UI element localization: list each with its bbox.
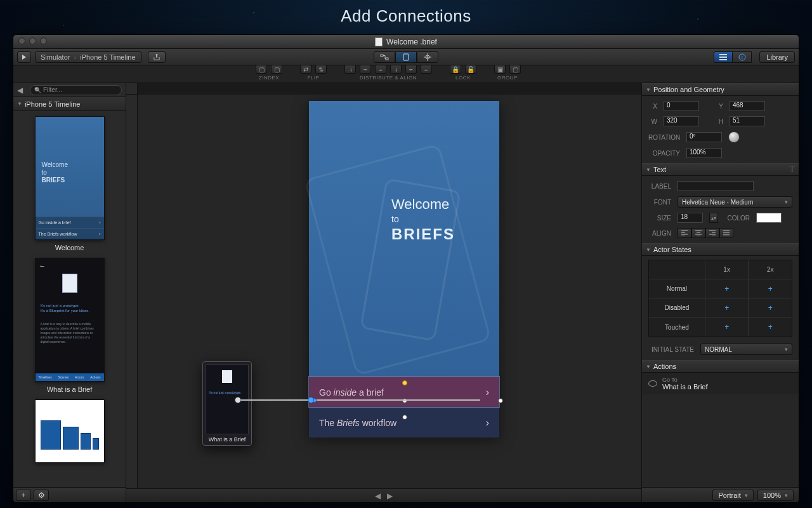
scene-thumb-label: Welcome — [55, 244, 84, 251]
svg-rect-1 — [386, 58, 388, 60]
zindex-group: ▢▢ ZINDEX — [256, 65, 282, 81]
secondary-toolbar: ▢▢ ZINDEX ⇄⇅ FLIP ⫞ ⫟ ⫠ ⫞ ⫟ ⫠ DISTRIBUTE… — [13, 65, 799, 83]
connection-endpoint[interactable] — [235, 397, 241, 403]
section-actor-states[interactable]: Actor States — [642, 243, 799, 256]
connection-line[interactable] — [238, 399, 480, 401]
view-device-icon[interactable] — [395, 51, 417, 63]
titlebar: Welcome .brief — [13, 35, 799, 49]
add-state-button[interactable]: + — [724, 304, 729, 312]
traffic-lights[interactable] — [18, 37, 47, 44]
share-button[interactable] — [148, 51, 166, 63]
action-target: What is a Brief — [662, 383, 708, 391]
send-backward-icon[interactable]: ▢ — [271, 65, 282, 74]
align-center-icon[interactable]: ⫟ — [360, 65, 371, 74]
bring-forward-icon[interactable]: ▢ — [256, 65, 267, 74]
view-flow-icon[interactable] — [374, 51, 395, 63]
scene-thumb-what-is-brief[interactable]: ← It's not just a prototype.It's a Bluep… — [21, 258, 118, 393]
rotation-knob[interactable] — [728, 131, 740, 143]
menu-row-briefs-workflow[interactable]: The Briefs workflow › — [309, 407, 499, 438]
add-state-button[interactable]: + — [724, 284, 729, 293]
scenes-panel: ◀ Filter... iPhone 5 Timeline WelcometoB… — [13, 83, 126, 502]
action-type: Go To — [662, 377, 708, 383]
group-icon[interactable]: ▣ — [494, 65, 506, 74]
selection-handle[interactable] — [402, 415, 407, 420]
align-right-icon[interactable] — [705, 228, 719, 238]
label-input[interactable] — [678, 181, 754, 191]
list-view-icon[interactable] — [714, 51, 733, 63]
welcome-text: BRIEFS — [391, 225, 455, 243]
page-prev-icon[interactable]: ◀ — [375, 491, 381, 500]
align-right-icon[interactable]: ⫠ — [375, 65, 386, 74]
scene-thumb-devices[interactable] — [21, 399, 118, 463]
view-mode-segmented[interactable] — [374, 51, 438, 63]
align-left-icon[interactable] — [678, 228, 691, 238]
distribute-align-group: ⫞ ⫟ ⫠ ⫞ ⫟ ⫠ DISTRIBUTE & ALIGN — [344, 65, 432, 81]
view-crosshair-icon[interactable] — [417, 51, 438, 63]
add-state-button[interactable]: + — [768, 304, 773, 312]
section-position-geometry[interactable]: Position and Geometry — [642, 83, 799, 96]
scene-thumb-welcome[interactable]: WelcometoBRIEFS Go inside a brief› The B… — [21, 116, 118, 251]
svg-rect-0 — [381, 55, 383, 57]
window-title: Welcome .brief — [386, 37, 437, 46]
section-header[interactable]: iPhone 5 Timeline — [13, 97, 126, 111]
color-swatch[interactable] — [756, 213, 782, 223]
font-dropdown[interactable]: Helvetica Neue - Medium — [678, 196, 792, 208]
x-input[interactable]: 0 — [664, 101, 699, 111]
size-input[interactable]: 18 — [678, 213, 703, 223]
section-text[interactable]: TextT — [642, 163, 799, 176]
size-stepper[interactable]: ▴▾ — [709, 213, 718, 223]
breadcrumb-item[interactable]: iPhone 5 Timeline — [80, 53, 135, 61]
add-state-button[interactable]: + — [768, 284, 773, 293]
connection-target-thumb[interactable]: It's not just a prototype. What is a Bri… — [202, 361, 252, 446]
back-icon[interactable]: ◀ — [17, 86, 26, 95]
flip-v-icon[interactable]: ⇅ — [315, 65, 327, 74]
inspector-toggle[interactable]: i — [714, 51, 752, 63]
chevron-right-icon: › — [486, 417, 489, 429]
info-icon[interactable]: i — [733, 51, 752, 63]
selection-handle[interactable] — [402, 380, 407, 385]
library-button[interactable]: Library — [759, 51, 795, 63]
selection-handle[interactable] — [498, 398, 503, 403]
connection-endpoint[interactable] — [308, 397, 314, 403]
canvas-area: -250-200-150-100-50050100150200250300350… — [126, 83, 641, 502]
actor-states-table: 1x 2x Normal + + Disabled + + Touched + … — [648, 260, 792, 337]
canvas-pager: ◀ ▶ — [126, 488, 641, 502]
unlock-icon[interactable]: 🔓 — [465, 65, 476, 74]
align-justify-icon[interactable] — [719, 228, 733, 238]
chevron-right-icon: › — [486, 387, 489, 398]
action-item[interactable]: Go To What is a Brief — [642, 373, 799, 394]
eye-icon[interactable] — [648, 380, 657, 387]
breadcrumb[interactable]: Simulator › iPhone 5 Timeline — [35, 51, 141, 63]
inspector-footer: Portrait 100% — [642, 487, 799, 502]
scene-thumb-label: What is a Brief — [47, 385, 93, 393]
align-middle-icon[interactable]: ⫟ — [405, 65, 417, 74]
device-preview[interactable]: Welcome to BRIEFS Go inside a brief › Th… — [309, 101, 499, 438]
align-left-icon[interactable]: ⫞ — [344, 65, 356, 74]
canvas[interactable]: Welcome to BRIEFS Go inside a brief › Th… — [138, 95, 641, 488]
play-button[interactable] — [17, 51, 31, 63]
rotation-input[interactable]: 0º — [686, 132, 722, 142]
gear-icon[interactable]: ⚙ — [34, 490, 49, 501]
align-bottom-icon[interactable]: ⫠ — [421, 65, 432, 74]
ungroup-icon[interactable]: ▢ — [509, 65, 521, 74]
align-top-icon[interactable]: ⫞ — [390, 65, 402, 74]
orientation-dropdown[interactable]: Portrait — [712, 490, 753, 501]
add-state-button[interactable]: + — [724, 323, 729, 331]
search-input[interactable]: Filter... — [30, 85, 122, 95]
document-icon — [375, 37, 383, 46]
h-input[interactable]: 51 — [730, 116, 765, 126]
lock-icon[interactable]: 🔒 — [450, 65, 461, 74]
zoom-dropdown[interactable]: 100% — [757, 490, 794, 501]
add-button[interactable]: + — [16, 490, 31, 501]
page-next-icon[interactable]: ▶ — [387, 491, 393, 500]
initial-state-dropdown[interactable]: NORMAL — [700, 344, 792, 355]
add-state-button[interactable]: + — [768, 323, 773, 331]
opacity-input[interactable]: 100% — [686, 148, 722, 158]
flip-h-icon[interactable]: ⇄ — [300, 65, 311, 74]
align-center-icon[interactable] — [691, 228, 705, 238]
w-input[interactable]: 320 — [664, 116, 699, 126]
y-input[interactable]: 468 — [730, 101, 765, 111]
breadcrumb-item[interactable]: Simulator — [41, 53, 70, 61]
chevron-right-icon: › — [74, 53, 76, 61]
section-actions[interactable]: Actions — [642, 360, 799, 373]
